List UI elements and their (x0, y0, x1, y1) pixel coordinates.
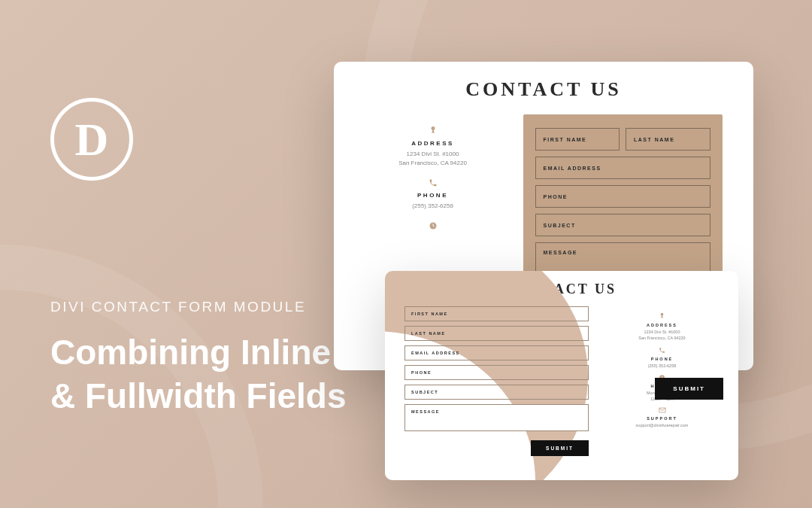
clock-icon (365, 221, 501, 230)
phone-value-b: (255) 352-6258 (605, 363, 719, 369)
subject-input[interactable]: SUBJECT (535, 214, 710, 236)
address-label: ADDRESS (365, 140, 501, 147)
address-line-2: San Francisco, CA 94220 (365, 159, 501, 168)
phone-value: (255) 352-6258 (365, 202, 501, 211)
phone-icon (605, 347, 719, 354)
headline: Combining Inline & Fullwidth Fields (50, 331, 347, 418)
email-input-b[interactable]: EMAIL ADDRESS (404, 345, 589, 360)
divi-logo: D (50, 98, 133, 181)
headline-line-2: & Fullwidth Fields (50, 376, 347, 415)
headline-line-1: Combining Inline (50, 333, 331, 372)
subject-input-b[interactable]: SUBJECT (404, 385, 589, 400)
phone-input-b[interactable]: PHONE (404, 365, 589, 380)
phone-label: PHONE (365, 192, 501, 199)
first-name-input-b[interactable]: FIRST NAME (404, 306, 589, 321)
card-a-title: CONTACT US (334, 78, 753, 101)
submit-button-a[interactable]: SUBMIT (655, 378, 723, 400)
submit-button-b[interactable]: SUBMIT (531, 440, 589, 456)
card-b-form: FIRST NAME LAST NAME EMAIL ADDRESS PHONE… (404, 306, 589, 456)
email-input[interactable]: EMAIL ADDRESS (535, 157, 710, 179)
support-value-b: support@divishoerepair.com (605, 422, 719, 428)
pin-icon (605, 312, 719, 320)
address-line-1-b: 1234 Divi St. #1000 (605, 329, 719, 335)
kicker-text: DIVI CONTACT FORM MODULE (50, 299, 306, 315)
address-line-1: 1234 Divi St. #1000 (365, 150, 501, 159)
address-line-2-b: San Francisco, CA 94220 (605, 335, 719, 341)
last-name-input-b[interactable]: LAST NAME (404, 326, 589, 341)
last-name-input[interactable]: LAST NAME (626, 128, 710, 151)
address-label-b: ADDRESS (605, 323, 719, 327)
phone-label-b: PHONE (605, 357, 719, 361)
support-label-b: SUPPORT (605, 416, 719, 421)
envelope-icon (605, 407, 719, 413)
pin-icon (365, 125, 501, 135)
phone-icon (365, 178, 501, 187)
message-input-b[interactable]: MESSAGE (404, 404, 589, 431)
first-name-input[interactable]: FIRST NAME (535, 128, 620, 151)
phone-input[interactable]: PHONE (535, 185, 710, 208)
contact-card-b: CONTACT US FIRST NAME LAST NAME EMAIL AD… (385, 271, 738, 480)
